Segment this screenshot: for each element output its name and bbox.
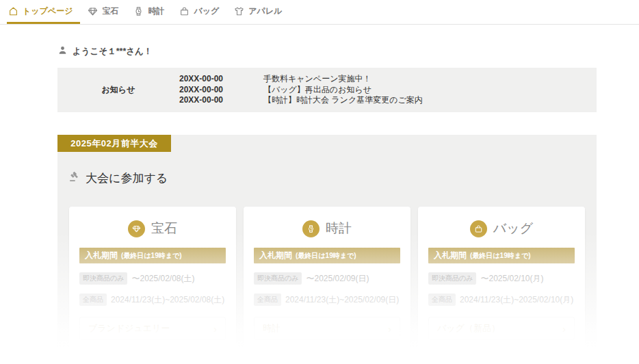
nav-tab-label: アパレル bbox=[248, 5, 282, 17]
bid-period-label: 入札期間 bbox=[259, 250, 292, 261]
nav-tab-bags[interactable]: バッグ bbox=[172, 0, 226, 24]
card-bags: バッグ 入札期間 (最終日は19時まで) 即決商品のみ 〜2025/02/10(… bbox=[418, 207, 585, 360]
link-label: ブランドジュエリー bbox=[88, 322, 170, 335]
card-gems-header[interactable]: 宝石 bbox=[79, 220, 226, 237]
chevron-right-icon: › bbox=[388, 323, 391, 335]
nav-tab-watches[interactable]: 時計 bbox=[126, 0, 172, 24]
card-bags-header[interactable]: バッグ bbox=[428, 220, 575, 237]
quick-tag: 即決商品のみ bbox=[428, 272, 476, 285]
card-gems: 宝石 入札期間 (最終日は19時まで) 即決商品のみ 〜2025/02/08(土… bbox=[69, 207, 236, 360]
notice-item[interactable]: 20XX-00-00 【バッグ】再出品のお知らせ bbox=[179, 85, 597, 96]
all-period-row: 全商品 2024/11/23(土)~2025/02/09(日) bbox=[254, 294, 400, 306]
card-title: 時計 bbox=[326, 220, 352, 237]
link-brand-jewelry[interactable]: ブランドジュエリー › bbox=[79, 317, 226, 340]
bid-period-note: (最終日は19時まで) bbox=[296, 251, 356, 261]
bid-period-bar: 入札期間 (最終日は19時まで) bbox=[428, 248, 575, 263]
gavel-icon bbox=[68, 171, 80, 186]
notice-list: 20XX-00-00 手数料キャンペーン実施中！ 20XX-00-00 【バッグ… bbox=[179, 74, 597, 106]
welcome-message: ようこそ１***さん！ bbox=[57, 45, 152, 57]
nav-tab-label: 時計 bbox=[148, 5, 164, 17]
nav-tab-top[interactable]: トップページ bbox=[7, 0, 80, 24]
tournament-panel: 2025年02月前半大会 大会に参加する 宝石 入札期間 (最終日は19時まで) bbox=[57, 135, 597, 364]
tshirt-icon bbox=[234, 6, 244, 16]
all-tag: 全商品 bbox=[428, 294, 456, 306]
all-period: 2024/11/23(土)~2025/02/08(土) bbox=[111, 294, 224, 306]
join-heading: 大会に参加する bbox=[68, 170, 168, 186]
notice-box: お知らせ 20XX-00-00 手数料キャンペーン実施中！ 20XX-00-00… bbox=[57, 68, 597, 112]
quick-period: 〜2025/02/09(日) bbox=[306, 273, 369, 285]
top-page: トップページ 宝石 時計 バッグ アパレル bbox=[0, 0, 639, 364]
link-watches[interactable]: 時計 › bbox=[254, 317, 400, 340]
gem-icon bbox=[88, 6, 98, 16]
bid-period-label: 入札期間 bbox=[434, 250, 467, 261]
quick-period: 〜2025/02/10(月) bbox=[480, 273, 543, 285]
quick-tag: 即決商品のみ bbox=[254, 272, 302, 285]
main-nav: トップページ 宝石 時計 バッグ アパレル bbox=[0, 0, 639, 25]
nav-tab-apparel[interactable]: アパレル bbox=[226, 0, 289, 24]
bid-period-note: (最終日は19時まで) bbox=[470, 251, 531, 261]
gem-icon bbox=[128, 220, 145, 237]
all-period: 2024/11/23(土)~2025/02/09(日) bbox=[285, 294, 399, 306]
all-period: 2024/11/23(土)~2025/02/10(月) bbox=[460, 294, 573, 306]
notice-item[interactable]: 20XX-00-00 手数料キャンペーン実施中！ bbox=[179, 74, 597, 85]
quick-tag: 即決商品のみ bbox=[79, 272, 127, 285]
notice-title[interactable]: 【バッグ】再出品のお知らせ bbox=[263, 85, 371, 96]
bag-icon bbox=[470, 220, 487, 237]
bid-period-label: 入札期間 bbox=[85, 250, 118, 261]
home-icon bbox=[8, 6, 18, 16]
notice-date: 20XX-00-00 bbox=[179, 95, 263, 106]
notice-date: 20XX-00-00 bbox=[179, 85, 263, 96]
quick-period-row: 即決商品のみ 〜2025/02/08(土) bbox=[79, 272, 226, 285]
tournament-banner: 2025年02月前半大会 bbox=[57, 135, 171, 152]
quick-period-row: 即決商品のみ 〜2025/02/10(月) bbox=[428, 272, 575, 285]
nav-tab-gems[interactable]: 宝石 bbox=[80, 0, 126, 24]
notice-label: お知らせ bbox=[57, 84, 179, 96]
nav-tab-label: バッグ bbox=[194, 5, 219, 17]
bid-period-bar: 入札期間 (最終日は19時まで) bbox=[254, 248, 400, 263]
all-tag: 全商品 bbox=[254, 294, 281, 306]
notice-item[interactable]: 20XX-00-00 【時計】時計大会 ランク基準変更のご案内 bbox=[179, 95, 597, 106]
join-heading-text: 大会に参加する bbox=[86, 170, 168, 186]
notice-title[interactable]: 手数料キャンペーン実施中！ bbox=[263, 74, 371, 85]
card-title: バッグ bbox=[493, 220, 533, 237]
all-period-row: 全商品 2024/11/23(土)~2025/02/08(土) bbox=[79, 294, 226, 306]
card-watches: 時計 入札期間 (最終日は19時まで) 即決商品のみ 〜2025/02/09(日… bbox=[244, 207, 410, 360]
watch-icon bbox=[133, 6, 144, 16]
nav-tab-label: トップページ bbox=[23, 5, 73, 17]
welcome-text: ようこそ１***さん！ bbox=[73, 46, 152, 57]
link-bags-new[interactable]: バッグ（新品） › bbox=[428, 317, 575, 340]
notice-date: 20XX-00-00 bbox=[179, 74, 263, 85]
faded-link-row[interactable] bbox=[79, 348, 226, 364]
quick-period: 〜2025/02/08(土) bbox=[131, 273, 194, 285]
faded-link-row[interactable] bbox=[254, 348, 400, 364]
category-cards: 宝石 入札期間 (最終日は19時まで) 即決商品のみ 〜2025/02/08(土… bbox=[69, 207, 585, 360]
link-label: 時計 bbox=[263, 322, 281, 335]
notice-title[interactable]: 【時計】時計大会 ランク基準変更のご案内 bbox=[263, 95, 423, 106]
all-period-row: 全商品 2024/11/23(土)~2025/02/10(月) bbox=[428, 294, 575, 306]
watch-icon bbox=[302, 220, 320, 237]
card-title: 宝石 bbox=[151, 220, 177, 237]
nav-tab-label: 宝石 bbox=[102, 5, 118, 17]
person-icon bbox=[57, 45, 68, 57]
link-label: バッグ（新品） bbox=[437, 322, 500, 335]
chevron-right-icon: › bbox=[213, 323, 217, 335]
quick-period-row: 即決商品のみ 〜2025/02/09(日) bbox=[254, 272, 400, 285]
chevron-right-icon: › bbox=[562, 323, 566, 335]
card-watches-header[interactable]: 時計 bbox=[254, 220, 400, 237]
faded-link-row[interactable] bbox=[428, 348, 575, 364]
bag-icon bbox=[179, 6, 190, 16]
bid-period-bar: 入札期間 (最終日は19時まで) bbox=[79, 248, 226, 263]
bid-period-note: (最終日は19時まで) bbox=[121, 251, 182, 261]
all-tag: 全商品 bbox=[79, 294, 107, 306]
